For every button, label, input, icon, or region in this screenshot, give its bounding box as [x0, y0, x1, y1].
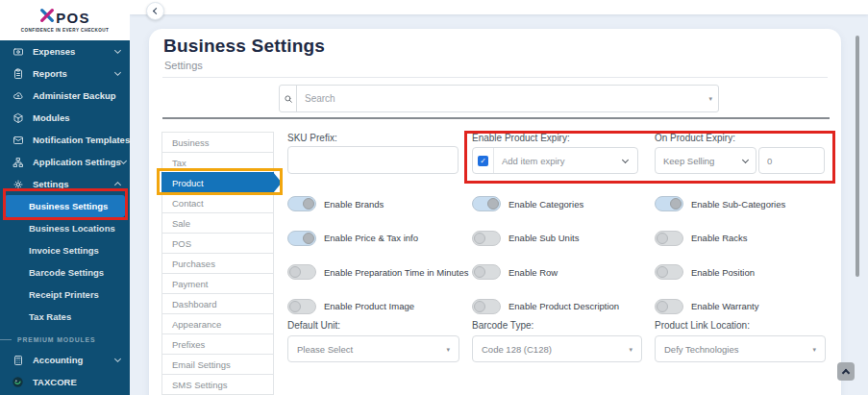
- tab-sale[interactable]: Sale: [161, 212, 274, 234]
- toggle-row-enable-price-and-tax-info: Enable Price & Tax info: [287, 231, 472, 246]
- tab-payment[interactable]: Payment: [161, 273, 274, 294]
- tab-dashboard[interactable]: Dashboard: [161, 293, 274, 314]
- toggle-row-enable-categories: Enable Categories: [472, 196, 655, 211]
- tab-label: Dashboard: [172, 299, 216, 309]
- sidebar-item-receipt-printers[interactable]: Receipt Printers: [0, 284, 130, 306]
- field-barcode-type: Barcode Type:Code 128 (C128)▾: [472, 320, 642, 362]
- chevron-down-icon: [622, 156, 629, 162]
- xpos-x-logo-icon: [39, 8, 55, 27]
- settings-tab-list: BusinessTaxProductContactSalePOSPurchase…: [161, 133, 274, 395]
- enable-product-description-toggle[interactable]: [472, 299, 501, 314]
- sidebar-item-label: Notification Templates: [33, 135, 130, 145]
- sidebar-item-business-locations[interactable]: Business Locations: [0, 217, 130, 239]
- enable-racks-toggle[interactable]: [655, 231, 683, 246]
- toggle-row-enable-brands: Enable Brands: [287, 196, 472, 211]
- scrollbar-thumb[interactable]: [856, 36, 859, 277]
- expenses-icon: [12, 45, 24, 58]
- on-product-expiry-select[interactable]: Keep Selling: [655, 147, 756, 174]
- toggle-knob: [657, 266, 668, 278]
- sidebar-item-tax-rates[interactable]: Tax Rates: [0, 306, 130, 328]
- sidebar: POS CONFIDENCE IN EVERY CHECKOUT Expense…: [0, 0, 130, 395]
- tab-prefixes[interactable]: Prefixes: [161, 333, 274, 355]
- add-item-expiry-select[interactable]: Add item expiry: [494, 156, 623, 166]
- enable-preparation-time-in-minutes-toggle[interactable]: [287, 264, 316, 280]
- taxcore-icon: [12, 376, 24, 388]
- toggle-knob: [303, 233, 314, 244]
- chevron-up-icon: [114, 182, 121, 188]
- tab-product[interactable]: Product: [161, 172, 274, 193]
- tab-label: Prefixes: [172, 339, 205, 350]
- enable-row-toggle[interactable]: [472, 264, 501, 280]
- barcode-type-label: Barcode Type:: [472, 320, 642, 331]
- toggle-label: Enable Categories: [508, 199, 583, 210]
- enable-categories-toggle[interactable]: [472, 196, 501, 211]
- tab-label: Business: [172, 137, 210, 148]
- sidebar-item-expenses[interactable]: Expenses: [0, 40, 130, 62]
- enable-price-and-tax-info-toggle[interactable]: [287, 231, 316, 246]
- scroll-to-top-button[interactable]: [837, 362, 855, 381]
- sidebar-item-modules[interactable]: Modules: [0, 107, 130, 129]
- toggle-knob: [474, 266, 485, 278]
- toggle-grid: Enable BrandsEnable CategoriesEnable Sub…: [287, 196, 826, 333]
- sidebar-item-notification-templates[interactable]: Notification Templates: [0, 129, 130, 151]
- sidebar-item-invoice-settings[interactable]: Invoice Settings: [0, 239, 130, 261]
- tab-sms-settings[interactable]: SMS Settings: [161, 374, 274, 395]
- select-value: Code 128 (C128): [482, 344, 552, 355]
- sidebar-item-label: Application Settings: [33, 157, 121, 167]
- sidebar-item-settings[interactable]: Settings: [0, 173, 130, 195]
- toggle-row-enable-sub-categories: Enable Sub-Categories: [655, 196, 826, 211]
- sidebar-item-business-settings[interactable]: Business Settings: [5, 195, 125, 217]
- toggle-knob: [487, 198, 499, 210]
- enable-sub-categories-toggle[interactable]: [655, 196, 683, 211]
- sidebar-item-label: Expenses: [33, 46, 115, 57]
- tab-tax[interactable]: Tax: [161, 152, 274, 173]
- toggle-knob: [657, 233, 668, 244]
- toggle-knob: [657, 301, 668, 312]
- caret-down-icon: ▾: [708, 95, 712, 102]
- toggle-label: Enable Product Description: [508, 301, 619, 311]
- sidebar-item-label: TAXCORE: [33, 377, 120, 387]
- enable-product-image-toggle[interactable]: [287, 299, 316, 314]
- tab-appearance[interactable]: Appearance: [161, 313, 274, 334]
- barcode-type-select[interactable]: Code 128 (C128)▾: [472, 335, 642, 362]
- tab-business[interactable]: Business: [161, 132, 274, 153]
- app-logo: POS CONFIDENCE IN EVERY CHECKOUT: [0, 0, 130, 40]
- enable-warranty-toggle[interactable]: [655, 299, 683, 314]
- tab-pos[interactable]: POS: [161, 233, 274, 254]
- add-item-expiry-checkbox[interactable]: ✓: [478, 156, 488, 166]
- toggle-knob: [474, 301, 485, 312]
- expiry-days-input[interactable]: [758, 147, 825, 174]
- enable-sub-units-toggle[interactable]: [472, 231, 501, 246]
- toggle-knob: [670, 198, 682, 210]
- sidebar-item-label: Settings: [33, 179, 115, 189]
- toggle-label: Enable Racks: [691, 233, 748, 243]
- default-unit-select[interactable]: Please Select▾: [287, 335, 459, 362]
- tab-email-settings[interactable]: Email Settings: [161, 354, 274, 375]
- top-header-bar: [130, 0, 868, 14]
- tab-purchases[interactable]: Purchases: [161, 253, 274, 274]
- sidebar-item-taxcore[interactable]: TAXCORE: [0, 371, 130, 393]
- enable-brands-toggle[interactable]: [287, 196, 316, 211]
- sidebar-item-accounting[interactable]: Accounting: [0, 349, 130, 371]
- chevron-up-icon: [842, 369, 850, 377]
- toggle-label: Enable Warranty: [691, 301, 758, 311]
- search-input[interactable]: [297, 86, 708, 111]
- sidebar-item-application-settings[interactable]: Application Settings: [0, 151, 130, 173]
- sidebar-item-administer-backup[interactable]: Administer Backup: [0, 85, 130, 107]
- toggle-knob: [289, 266, 301, 278]
- toggle-row-enable-sub-units: Enable Sub Units: [472, 231, 655, 246]
- tab-contact[interactable]: Contact: [161, 192, 274, 213]
- product-link-location-select[interactable]: Defy Technologies▾: [655, 335, 826, 362]
- toggle-label: Enable Row: [508, 267, 558, 278]
- sidebar-item-barcode-settings[interactable]: Barcode Settings: [0, 261, 130, 284]
- accounting-icon: [12, 354, 24, 366]
- divider: [162, 77, 828, 78]
- tab-label: Tax: [172, 158, 186, 168]
- chevron-down-icon: [114, 47, 121, 54]
- enable-position-toggle[interactable]: [655, 264, 683, 280]
- sku-prefix-input[interactable]: [287, 146, 459, 174]
- back-button[interactable]: [146, 2, 164, 20]
- sidebar-item-reports[interactable]: Reports: [0, 62, 130, 85]
- toggle-label: Enable Brands: [324, 199, 384, 210]
- toggle-row-enable-position: Enable Position: [655, 264, 826, 280]
